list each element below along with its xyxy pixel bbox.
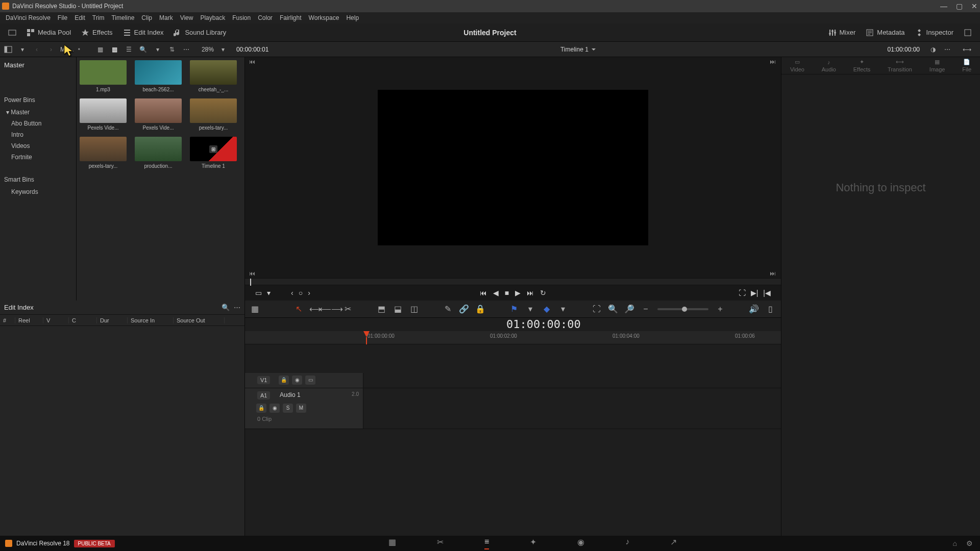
go-first-icon[interactable]: ⏮: [249, 58, 256, 65]
timeline-timecode[interactable]: 01:00:00:00: [506, 318, 581, 331]
lock-icon[interactable]: 🔒: [476, 305, 485, 314]
more-icon[interactable]: ⋯: [234, 304, 240, 311]
viewer-zoom[interactable]: 28%: [202, 46, 214, 53]
selection-tool-icon[interactable]: ↖: [294, 305, 303, 314]
chevron-down-icon[interactable]: ▾: [153, 44, 163, 55]
inspector-tab-video[interactable]: ▭Video: [790, 59, 804, 72]
insert-icon[interactable]: ⬒: [377, 305, 386, 314]
bin-breadcrumb[interactable]: Ma...: [60, 46, 74, 53]
overwrite-icon[interactable]: ⬓: [393, 305, 402, 314]
effects-tab[interactable]: Effects: [76, 26, 118, 40]
page-color[interactable]: ◉: [577, 537, 584, 549]
go-end-icon[interactable]: ⏭: [527, 289, 534, 297]
audio-track-header[interactable]: A1 Audio 1 2.0 🔒 ◉ S M 0 Clip: [245, 388, 363, 429]
bypass-fx-icon[interactable]: ◑: [928, 44, 938, 55]
custom-zoom-icon[interactable]: 🔎: [625, 305, 634, 314]
clip-item[interactable]: production...: [135, 137, 182, 169]
next-edit-icon[interactable]: ›: [308, 289, 310, 297]
menu-file[interactable]: File: [54, 13, 71, 22]
track-mute-button[interactable]: M: [296, 404, 306, 413]
menu-fairlight[interactable]: Fairlight: [276, 13, 305, 22]
col-header[interactable]: Dur: [97, 317, 128, 323]
inspector-tab-file[interactable]: 📄File: [962, 59, 971, 72]
sort-icon[interactable]: ⇅: [167, 44, 177, 55]
menu-trim[interactable]: Trim: [89, 13, 108, 22]
zoom-slider[interactable]: [657, 308, 708, 310]
gear-icon[interactable]: ⚙: [966, 539, 973, 547]
menu-playback[interactable]: Playback: [197, 13, 229, 22]
volume-icon[interactable]: 🔊: [749, 305, 758, 314]
play-icon[interactable]: ▶: [515, 289, 521, 297]
marker-pen-icon[interactable]: ✎: [443, 305, 452, 314]
menu-fusion[interactable]: Fusion: [229, 13, 254, 22]
go-last-icon[interactable]: ⏭: [770, 270, 777, 277]
clip-item[interactable]: cheetah_-_...: [190, 60, 237, 92]
nav-back[interactable]: ‹: [32, 44, 42, 55]
zoom-out-icon[interactable]: −: [641, 305, 650, 314]
track-record-button[interactable]: ◉: [270, 404, 280, 413]
bin-item[interactable]: Abo Button: [0, 118, 76, 129]
prev-clip-icon[interactable]: |◀: [763, 289, 771, 297]
mixer-tab[interactable]: Mixer: [823, 26, 861, 40]
menu-edit[interactable]: Edit: [71, 13, 89, 22]
bin-item[interactable]: Intro: [0, 129, 76, 140]
more-icon[interactable]: ⋯: [942, 44, 952, 55]
detail-zoom-icon[interactable]: 🔍: [608, 305, 618, 314]
inspector-tab-transition[interactable]: ⟷Transition: [888, 59, 912, 72]
bin-item[interactable]: ▾ Master: [0, 107, 76, 118]
menu-help[interactable]: Help: [342, 13, 362, 22]
nav-fwd[interactable]: ›: [46, 44, 56, 55]
audio-track-label[interactable]: Audio 1: [280, 391, 301, 398]
chevron-down-icon[interactable]: ▾: [218, 44, 228, 55]
track-lock-button[interactable]: 🔒: [279, 375, 289, 385]
col-header[interactable]: Source Out: [174, 317, 225, 323]
maximize-button[interactable]: ▢: [955, 3, 963, 10]
bin-item[interactable]: Fortnite: [0, 152, 76, 163]
clip-item[interactable]: pexels-tary...: [80, 137, 127, 169]
menu-davinci-resolve[interactable]: DaVinci Resolve: [2, 13, 54, 22]
col-header[interactable]: V: [43, 317, 69, 323]
full-screen-toggle[interactable]: [959, 26, 977, 40]
track-name-a1[interactable]: A1: [257, 391, 270, 399]
flag-icon[interactable]: ⚑: [509, 305, 519, 314]
track-auto-button[interactable]: ◉: [292, 375, 302, 385]
go-last-icon[interactable]: ⏭: [770, 58, 777, 65]
edit-index-tab[interactable]: Edit Index: [118, 26, 169, 40]
next-clip-icon[interactable]: ▶|: [751, 289, 758, 297]
video-track-header[interactable]: V1 🔒 ◉ ▭: [245, 373, 363, 388]
timeline-tracks[interactable]: V1 🔒 ◉ ▭ A1 Audio 1 2.0 🔒 ◉ S M 0 Clip: [245, 344, 781, 539]
page-fairlight[interactable]: ♪: [625, 537, 629, 549]
more-icon[interactable]: ⋯: [181, 44, 191, 55]
zoom-in-icon[interactable]: +: [716, 305, 725, 314]
inspector-tab[interactable]: Inspector: [910, 26, 959, 40]
metadata-tab[interactable]: Metadata: [861, 26, 910, 40]
list-view-icon[interactable]: ☰: [124, 44, 134, 55]
menu-view[interactable]: View: [177, 13, 197, 22]
page-media[interactable]: ▦: [388, 537, 396, 549]
single-viewer-toggle[interactable]: [3, 26, 21, 40]
search-icon[interactable]: 🔍: [222, 304, 230, 311]
menu-timeline[interactable]: Timeline: [108, 13, 138, 22]
clip-item[interactable]: Pexels Vide...: [80, 98, 127, 131]
page-cut[interactable]: ✂: [437, 537, 444, 549]
menu-clip[interactable]: Clip: [138, 13, 156, 22]
link-icon[interactable]: 🔗: [459, 305, 469, 314]
thumbnail-view-icon[interactable]: ▦: [110, 44, 120, 55]
clip-item[interactable]: ⊞Timeline 1: [190, 137, 237, 169]
track-solo-button[interactable]: S: [283, 404, 293, 413]
clip-item[interactable]: beach-2562...: [135, 60, 182, 92]
bin-root[interactable]: Master: [0, 57, 76, 73]
blade-tool-icon[interactable]: ✂: [343, 305, 352, 314]
page-deliver[interactable]: ↗: [670, 537, 677, 549]
monitor-icon[interactable]: ▯: [766, 305, 775, 314]
match-frame-icon[interactable]: ▭: [255, 289, 262, 297]
media-pool-tab[interactable]: Media Pool: [21, 26, 76, 40]
inspector-tab-audio[interactable]: ♪Audio: [822, 59, 836, 72]
page-edit[interactable]: ≡: [484, 537, 489, 549]
track-enable-button[interactable]: ▭: [305, 375, 315, 385]
col-header[interactable]: Source In: [128, 317, 174, 323]
track-name-v1[interactable]: V1: [257, 376, 270, 384]
inspector-tab-effects[interactable]: ✦Effects: [853, 59, 870, 72]
col-header[interactable]: #: [0, 317, 15, 323]
go-start-icon[interactable]: ⏮: [480, 289, 487, 297]
